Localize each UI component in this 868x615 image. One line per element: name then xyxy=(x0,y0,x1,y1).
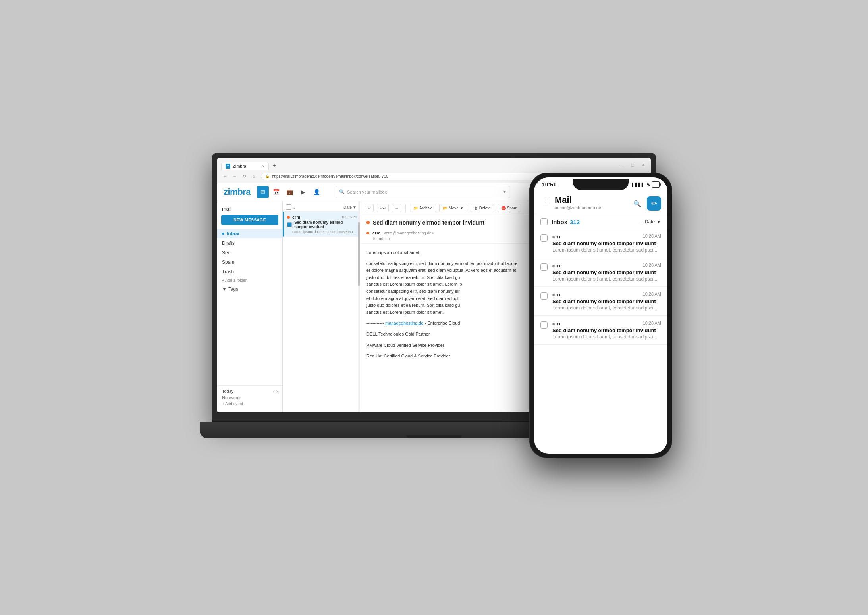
sidebar-tags[interactable]: ▼ Tags xyxy=(217,284,282,294)
zimbra-logo: zimbra xyxy=(224,187,251,197)
folder-spam-label: Spam xyxy=(222,259,234,265)
add-folder-btn[interactable]: + Add a folder xyxy=(217,277,282,284)
calendar-header: Today ‹ › xyxy=(222,389,278,394)
sort-button[interactable]: Date ▼ xyxy=(343,205,357,209)
move-label: Move xyxy=(449,206,458,210)
tab-close-btn[interactable]: × xyxy=(262,164,264,169)
phone-sort-button[interactable]: ↓ Date ▼ xyxy=(641,219,661,225)
sender-name: crm xyxy=(372,231,380,235)
email-checkbox[interactable] xyxy=(287,222,292,227)
phone-email-preview-1: Lorem ipsum dolor sit amet, consetetur s… xyxy=(552,247,661,253)
search-placeholder: Search your mailbox xyxy=(347,190,387,194)
forward-btn[interactable]: → xyxy=(231,172,239,180)
sidebar-folder-inbox[interactable]: Inbox xyxy=(217,229,282,238)
phone-email-item-3[interactable]: crm 10:28 AM Sed diam nonumy eirmod temp… xyxy=(534,287,667,316)
sort-label: Date xyxy=(343,205,352,209)
nav-calendar-icon[interactable]: 📅 xyxy=(270,186,282,198)
sidebar-folder-spam[interactable]: Spam xyxy=(217,258,282,267)
phone-notch xyxy=(573,179,629,190)
url-display: https://mail.zimbrademo.de/modern/email/… xyxy=(272,174,388,179)
reply-btn[interactable]: ↩ xyxy=(365,204,374,212)
sender-dot xyxy=(366,232,369,234)
phone-email-subject-3: Sed diam nonumy eirmod tempor invidunt xyxy=(552,298,661,304)
refresh-btn[interactable]: ↻ xyxy=(240,172,248,180)
laptop-notch xyxy=(406,435,462,438)
sidebar-folder-drafts[interactable]: Drafts xyxy=(217,238,282,248)
email-list-item[interactable]: crm 10:28 AM Sed diam nonumy eirmod temp… xyxy=(283,212,360,237)
phone-inbox-count: 312 xyxy=(570,219,580,225)
sender-email: <crm@managedhosting.de> xyxy=(384,231,434,235)
archive-btn[interactable]: 📁 Archive xyxy=(410,204,436,212)
forward-btn[interactable]: → xyxy=(392,204,401,212)
phone-email-content-3: crm 10:28 AM Sed diam nonumy eirmod temp… xyxy=(552,292,661,311)
nav-mail-icon[interactable]: ✉ xyxy=(257,186,269,198)
calendar-prev-btn[interactable]: ‹ xyxy=(273,389,274,394)
folder-drafts-label: Drafts xyxy=(222,240,235,246)
laptop-device: Z Zimbra × + − □ × ← → ↻ xyxy=(212,153,656,438)
phone-email-item-1[interactable]: crm 10:28 AM Sed diam nonumy eirmod temp… xyxy=(534,229,667,258)
email-subject: Sed diam nonumy eirmod tempor invidunt xyxy=(294,220,357,229)
delete-label: Delete xyxy=(479,206,491,210)
phone-email-content-2: crm 10:28 AM Sed diam nonumy eirmod temp… xyxy=(552,263,661,282)
forward-icon: → xyxy=(395,206,399,210)
sidebar-folder-trash[interactable]: Trash xyxy=(217,267,282,277)
new-tab-btn[interactable]: + xyxy=(270,161,279,170)
phone-email-checkbox-3[interactable] xyxy=(540,292,548,300)
unread-indicator xyxy=(287,216,290,219)
email-list-panel: ↓ Date ▼ crm 10:28 AM xyxy=(283,201,360,412)
phone-email-checkbox-1[interactable] xyxy=(540,234,548,242)
delete-btn[interactable]: 🗑 Delete xyxy=(471,204,494,212)
phone-compose-btn[interactable]: ✏ xyxy=(647,196,661,211)
archive-icon: 📁 xyxy=(413,206,418,210)
managedhosting-link[interactable]: managedhosting.de xyxy=(385,321,424,325)
phone-email-preview-2: Lorem ipsum dolor sit amet, consetetur s… xyxy=(552,276,661,282)
scrollbar-thumb[interactable] xyxy=(358,222,360,286)
phone-email-sender-2: crm xyxy=(552,263,562,269)
signal-icon: ▌▌▌▌ xyxy=(632,183,644,187)
add-event-btn[interactable]: + Add event xyxy=(222,402,278,406)
sort-down-icon[interactable]: ↓ xyxy=(293,205,295,209)
phone-email-checkbox-2[interactable] xyxy=(540,263,548,271)
folder-inbox-label: Inbox xyxy=(227,231,239,236)
calendar-today-label: Today xyxy=(222,389,233,394)
select-all-checkbox[interactable] xyxy=(286,204,291,210)
window-close-btn[interactable]: × xyxy=(639,161,647,169)
phone-email-item-2[interactable]: crm 10:28 AM Sed diam nonumy eirmod temp… xyxy=(534,258,667,287)
phone-email-time-4: 10:28 AM xyxy=(643,321,661,327)
new-message-button[interactable]: NEW MESSAGE xyxy=(221,215,278,225)
nav-contacts-icon[interactable]: 👤 xyxy=(311,186,323,198)
reply-icon: ↩ xyxy=(368,206,371,210)
window-minimize-btn[interactable]: − xyxy=(618,161,626,169)
nav-video-icon[interactable]: ▶ xyxy=(297,186,309,198)
phone-email-subject-4: Sed diam nonumy eirmod tempor invidunt xyxy=(552,327,661,333)
spam-btn[interactable]: ⛔ Spam xyxy=(498,204,521,212)
phone-email-top-1: crm 10:28 AM xyxy=(552,234,661,240)
phone-email-checkbox-4[interactable] xyxy=(540,321,548,329)
move-btn[interactable]: 📂 Move ▼ xyxy=(439,204,467,212)
phone-email-subject-2: Sed diam nonumy eirmod tempor invidunt xyxy=(552,269,661,275)
tab-favicon: Z xyxy=(226,164,230,169)
tags-label: Tags xyxy=(228,286,238,292)
phone-menu-btn[interactable]: ☰ xyxy=(540,196,552,208)
calendar-next-btn[interactable]: › xyxy=(276,389,278,394)
folder-active-indicator xyxy=(222,233,224,235)
reply-all-btn[interactable]: ↩↩ xyxy=(377,204,389,212)
browser-tab-zimbra[interactable]: Z Zimbra × xyxy=(221,162,269,170)
home-btn[interactable]: ⌂ xyxy=(250,172,258,180)
phone-email-subject-1: Sed diam nonumy eirmod tempor invidunt xyxy=(552,240,661,246)
phone-email-item-4[interactable]: crm 10:28 AM Sed diam nonumy eirmod temp… xyxy=(534,316,667,345)
phone-body: 10:51 ▌▌▌▌ ∿ ☰ Mail ad xyxy=(529,173,672,458)
subject-text: Sed diam nonumy eirmod tempor invidunt xyxy=(373,219,484,226)
header-search[interactable]: 🔍 Search your mailbox ▼ xyxy=(336,186,510,198)
window-maximize-btn[interactable]: □ xyxy=(629,161,637,169)
folder-trash-label: Trash xyxy=(222,269,234,275)
phone-select-all-checkbox[interactable] xyxy=(540,218,548,225)
phone-device: 10:51 ▌▌▌▌ ∿ ☰ Mail ad xyxy=(529,173,672,458)
nav-briefcase-icon[interactable]: 💼 xyxy=(284,186,296,198)
phone-search-btn[interactable]: 🔍 xyxy=(631,197,644,210)
delete-icon: 🗑 xyxy=(474,206,478,210)
back-btn[interactable]: ← xyxy=(221,172,229,180)
phone-sort-down-icon: ↓ xyxy=(641,219,643,225)
phone-email-sender-1: crm xyxy=(552,234,562,240)
sidebar-folder-sent[interactable]: Sent xyxy=(217,248,282,258)
